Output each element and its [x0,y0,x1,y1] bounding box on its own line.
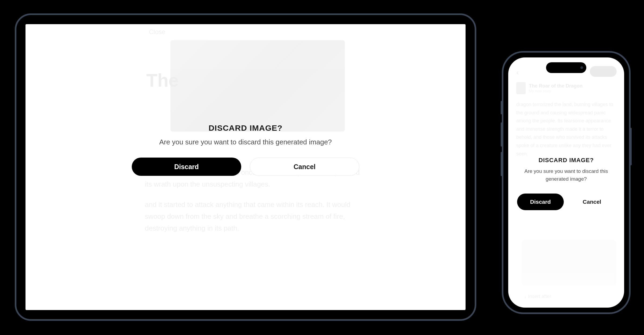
cancel-button[interactable]: Cancel [250,158,359,176]
discard-dialog: DISCARD IMAGE? Are you sure you want to … [25,24,466,310]
dialog-message: Are you sure you want to discard this ge… [159,138,332,146]
phone-screen: ‹ The Roar of the Dragon My new story dr… [508,57,624,308]
phone-device-frame: ‹ The Roar of the Dragon My new story dr… [502,51,631,314]
camera-dot-icon [580,66,583,69]
dialog-button-row: Discard Cancel [517,194,615,210]
tablet-device-frame: Close The In the distant land of Eldoria… [15,13,476,321]
phone-side-button [501,101,502,114]
dialog-message: Are you sure you want to discard this ge… [508,168,624,183]
phone-dynamic-island [546,62,586,73]
tablet-screen: Close The In the distant land of Eldoria… [25,24,466,310]
phone-power-button [630,128,632,165]
phone-volume-down-button [501,152,502,176]
discard-dialog: DISCARD IMAGE? Are you sure you want to … [508,57,624,308]
dialog-title: DISCARD IMAGE? [208,123,283,133]
cancel-button[interactable]: Cancel [569,194,615,210]
dialog-title: DISCARD IMAGE? [539,157,594,164]
discard-button[interactable]: Discard [517,194,564,210]
dialog-button-row: Discard Cancel [132,158,359,176]
phone-volume-up-button [501,122,502,147]
discard-button[interactable]: Discard [132,158,241,176]
